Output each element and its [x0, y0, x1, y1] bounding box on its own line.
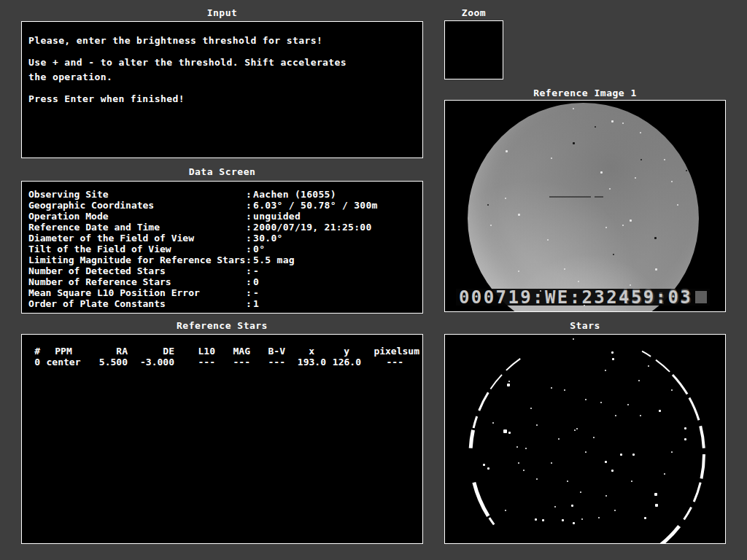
detected-star-pixel: [605, 461, 607, 463]
rim-arc-segment: [661, 526, 679, 544]
data-field-value: 0: [253, 276, 259, 287]
data-field-separator: :: [246, 265, 253, 276]
column-header-y: y: [326, 346, 361, 357]
detected-star-pixel: [644, 517, 646, 519]
data-field-label: Geographic Coordinates: [28, 200, 246, 211]
data-field-separator: :: [246, 222, 253, 233]
star-point: [677, 204, 678, 206]
data-field-label: Limiting Magnitude for Reference Stars: [28, 254, 246, 265]
detected-star-pixel: [585, 399, 587, 400]
star-point: [609, 188, 611, 190]
star-point: [578, 281, 579, 282]
detected-star-pixel: [615, 415, 616, 416]
stars-rim-arcs: [445, 335, 725, 543]
data-screen-row: Operation Mode:unguided: [28, 211, 422, 222]
cell-ppm: center: [40, 357, 87, 368]
rim-arc-segment: [471, 430, 473, 448]
detected-star-pixel: [551, 462, 552, 464]
detected-star-pixel: [573, 522, 575, 524]
column-header-mag: MAG: [215, 346, 250, 357]
detected-star-pixel: [638, 380, 640, 381]
dark-streak: [595, 196, 603, 198]
data-field-separator: :: [246, 298, 253, 309]
detected-star-pixel: [508, 381, 510, 382]
detected-star-pixel: [632, 454, 635, 456]
cell-index: 0: [28, 357, 40, 368]
star-point: [547, 239, 549, 241]
zoom-panel-title: Zoom: [444, 7, 503, 18]
detected-star-pixel: [580, 491, 581, 493]
rim-arc-segment: [673, 375, 687, 394]
star-point: [655, 268, 657, 271]
column-header-index: #: [28, 346, 40, 357]
data-field-value: 5.5 mag: [253, 254, 295, 265]
data-screen-title: Data Screen: [21, 166, 423, 177]
detected-star-pixel: [492, 422, 494, 424]
cell-x: 193.0: [285, 357, 326, 368]
column-header-de: DE: [128, 346, 174, 357]
data-field-value: Aachen (16055): [253, 189, 336, 200]
detected-star-pixel: [567, 481, 568, 482]
column-header-ra: RA: [87, 346, 128, 357]
cell-pixelsum: ---: [361, 357, 419, 368]
data-field-value: -: [253, 287, 259, 298]
rim-arc-segment: [700, 426, 704, 448]
column-header-bv: B-V: [250, 346, 285, 357]
data-field-value: 30.0°: [253, 233, 283, 244]
data-field-separator: :: [246, 200, 253, 211]
stars-panel-title: Stars: [444, 320, 726, 331]
rim-arc-segment: [489, 518, 494, 524]
data-field-label: Number of Detected Stars: [28, 265, 246, 276]
detected-star-pixel: [684, 427, 686, 429]
star-point: [622, 122, 624, 124]
detected-star-pixel: [664, 473, 665, 475]
column-header-ppm: PPM: [40, 346, 87, 357]
input-instruction-prompt: Please, enter the brightness threshold f…: [28, 34, 415, 48]
detected-star-pixel: [536, 478, 538, 480]
data-screen-row: Reference Date and Time:2000/07/19, 21:2…: [28, 222, 422, 233]
dark-speck: [487, 204, 489, 206]
star-point: [551, 158, 552, 159]
reference-star-row: 0 center 5.500 -3.000 --- --- --- 193.0 …: [28, 357, 419, 368]
stars-threshold-canvas[interactable]: [444, 334, 726, 544]
dark-speck: [640, 159, 642, 160]
video-timestamp-overlay: 000719:WE:232459:03: [456, 289, 710, 306]
data-screen-row: Order of Plate Constants:1: [28, 298, 422, 309]
input-panel-title: Input: [21, 7, 423, 18]
rim-arc-segment: [689, 397, 699, 420]
detected-star-pixel: [611, 470, 614, 472]
star-point: [564, 268, 565, 270]
detected-star-pixel: [505, 510, 506, 511]
data-field-separator: :: [246, 211, 253, 222]
column-header-x: x: [285, 346, 326, 357]
column-header-pixelsum: pixelsum: [361, 346, 419, 357]
detected-star-pixel: [483, 464, 485, 466]
detected-star-pixel: [600, 402, 602, 403]
detected-star-pixel: [542, 519, 544, 521]
data-screen-row: Limiting Magnitude for Reference Stars:5…: [28, 254, 422, 265]
data-field-separator: :: [246, 276, 253, 287]
detected-star-pixel: [614, 510, 616, 511]
detected-star-pixel: [654, 493, 657, 496]
star-point: [518, 214, 520, 216]
detected-star-pixel: [585, 451, 587, 453]
reference-stars-table: # PPM RA DE L10 MAG B-V x y pixelsum 0 c…: [28, 346, 419, 368]
star-point: [600, 171, 603, 174]
cell-mag: ---: [215, 357, 250, 368]
detected-star-pixel: [659, 410, 661, 412]
rim-arc-segment: [473, 416, 477, 428]
reference-image-canvas[interactable]: 000719:WE:232459:03: [444, 100, 726, 312]
detected-star-pixel: [503, 429, 507, 433]
input-panel: Please, enter the brightness threshold f…: [21, 21, 423, 158]
data-screen-row: Tilt of the Field of View:0°: [28, 244, 422, 254]
dark-speck: [686, 170, 687, 171]
data-screen-row: Diameter of the Field of View:30.0°: [28, 233, 422, 244]
rim-arc-segment: [702, 454, 705, 478]
cell-de: -3.000: [128, 357, 174, 368]
data-field-value: 6.03° / 50.78° / 300m: [253, 200, 378, 211]
reference-stars-title: Reference Stars: [21, 320, 423, 331]
star-point: [611, 120, 614, 122]
data-field-separator: :: [246, 233, 253, 244]
data-field-label: Reference Date and Time: [28, 222, 246, 233]
cell-ra: 5.500: [87, 357, 128, 368]
